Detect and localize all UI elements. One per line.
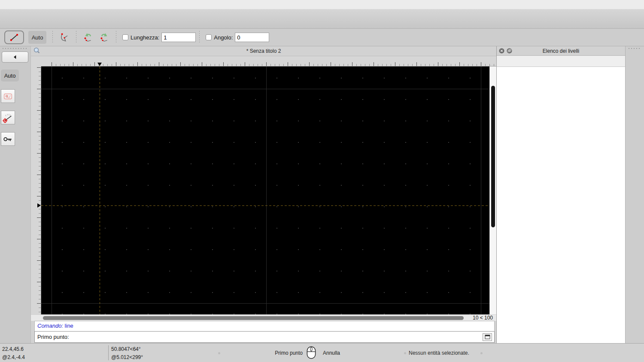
vertical-ruler <box>31 66 41 314</box>
dock-handle[interactable] <box>629 48 641 49</box>
current-tool-indicator <box>4 30 24 44</box>
snap-auto-button[interactable]: Auto <box>28 31 46 44</box>
left-tool-dock: Auto <box>0 46 31 343</box>
grid-status-label: 10 < 100 <box>468 315 496 321</box>
polyline-button[interactable] <box>56 30 73 44</box>
vertical-scrollbar[interactable] <box>489 66 496 314</box>
length-label: Lunghezza: <box>131 34 159 41</box>
command-prompt-value: line <box>65 323 73 329</box>
float-panel-icon[interactable] <box>507 48 512 54</box>
horizontal-ruler-marker <box>97 63 102 66</box>
right-dock <box>625 46 644 343</box>
drawing-canvas[interactable] <box>41 66 489 314</box>
document-titlebar: * Senza titolo 2 <box>31 46 496 56</box>
vertical-scrollbar-thumb[interactable] <box>491 86 495 227</box>
polar-absolute-coordinates: 50.8047<64° <box>111 346 141 352</box>
angle-checkbox[interactable] <box>206 34 212 40</box>
close-icon[interactable] <box>499 48 504 54</box>
angle-gauge-button[interactable] <box>1 111 15 124</box>
command-input-label: Primo punto: <box>35 334 72 340</box>
command-history: Comando: line <box>34 321 495 331</box>
status-bar: 22.4,45.6 @2.4,-4.4 50.8047<64° @5.012<2… <box>0 343 644 362</box>
layer-list-panel: Elenco dei livelli <box>496 46 625 343</box>
layer-panel-toolbar <box>497 56 625 67</box>
polar-relative-coordinates: @5.012<299° <box>111 354 143 360</box>
dock-handle[interactable] <box>3 48 28 49</box>
layer-panel-title: Elenco dei livelli <box>497 48 625 54</box>
separator <box>199 31 200 44</box>
status-separator-dot <box>404 352 406 354</box>
left-mouse-action-label: Primo punto <box>240 350 303 356</box>
command-area: Comando: line Primo punto: <box>34 321 495 343</box>
undo-segment-button[interactable] <box>80 30 96 44</box>
selection-status: Nessun entità selezionate. <box>409 350 469 356</box>
layer-panel-titlebar: Elenco dei livelli <box>497 46 625 56</box>
divider <box>108 345 109 360</box>
command-prompt-label: Comando: <box>37 323 63 329</box>
document-title: * Senza titolo 2 <box>31 48 496 54</box>
mouse-icon <box>306 346 316 361</box>
vertical-ruler-marker <box>37 203 41 208</box>
absolute-coordinates: 22.4,45.6 <box>2 346 24 352</box>
separator <box>52 31 53 44</box>
snap-middle-button[interactable] <box>1 89 15 103</box>
redo-segment-button[interactable] <box>96 30 112 44</box>
horizontal-scrollbar[interactable] <box>42 316 468 320</box>
zoom-indicator-icon <box>33 47 40 55</box>
back-button[interactable] <box>2 51 28 63</box>
main-toolbar <box>0 9 644 29</box>
layer-list <box>497 67 625 343</box>
right-mouse-action-label: Annulla <box>323 350 340 356</box>
relative-coordinates: @2.4,-4.4 <box>2 354 25 360</box>
command-input[interactable] <box>72 332 483 342</box>
angle-input[interactable] <box>235 33 269 42</box>
key-button[interactable] <box>1 132 15 146</box>
command-window-toggle-button[interactable] <box>483 333 492 341</box>
horizontal-scrollbar-thumb[interactable] <box>43 316 464 320</box>
ruler-corner <box>31 56 41 66</box>
tool-options-toolbar: Auto Lunghezza: Angolo: <box>0 29 644 46</box>
horizontal-ruler <box>41 56 496 66</box>
separator <box>76 31 76 44</box>
menu-bar <box>0 0 644 9</box>
drawing-entities <box>41 66 489 314</box>
length-checkbox[interactable] <box>122 34 128 40</box>
separator <box>116 31 116 44</box>
status-separator-dot <box>218 352 220 354</box>
angle-label: Angolo: <box>214 34 233 41</box>
status-separator-dot <box>480 352 483 354</box>
snap-auto-sidebar-button[interactable]: Auto <box>1 69 19 81</box>
length-input[interactable] <box>161 33 196 42</box>
